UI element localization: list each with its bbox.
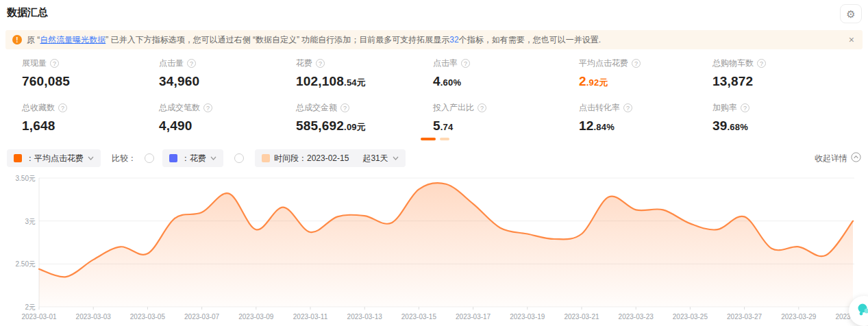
gear-icon: ⚙ (846, 9, 855, 19)
page-title: 数据汇总 (7, 6, 48, 19)
x-axis-tick-label: 2023-03-13 (347, 313, 383, 321)
metric-cell: 总成交金额?585,692.09元 (296, 102, 433, 134)
pagination-dash-inactive[interactable] (440, 138, 449, 140)
x-axis-tick-label: 2023-03-29 (781, 313, 817, 321)
x-axis-tick-label: 2023-03-19 (510, 313, 545, 321)
metric-value: 102,108.54元 (296, 74, 433, 89)
banner-link[interactable]: 自然流量曝光数据 (40, 35, 106, 45)
y-axis-tick-label: 2.50元 (16, 260, 36, 268)
metric-label: 平均点击花费? (579, 58, 712, 69)
metric-cell: 展现量?760,085 (22, 58, 159, 89)
help-icon[interactable]: ? (187, 59, 196, 68)
y-axis-tick-label: 3元 (25, 218, 36, 225)
x-axis-tick-label: 2023-03-15 (401, 313, 437, 321)
metrics-grid: 展现量?760,085点击量?34,960花费?102,108.54元点击率?4… (22, 58, 858, 134)
x-axis-tick-label: 2023-03-05 (130, 313, 166, 321)
metric-value: 34,960 (159, 74, 296, 89)
metric-cell: 平均点击花费?2.92元 (579, 58, 712, 89)
compare-select[interactable]: ：花费 (162, 149, 223, 167)
metric-value: 4,490 (159, 118, 296, 134)
x-axis-tick-label: 2023-03-27 (727, 313, 762, 321)
settings-button[interactable]: ⚙ (840, 4, 862, 23)
metric-label: 总成交笔数? (159, 102, 296, 114)
period-swatch (262, 154, 270, 162)
area-fill (39, 183, 853, 307)
metric-label: 花费? (296, 58, 433, 69)
compare-radio-1[interactable] (145, 153, 154, 163)
metric-cell: 点击率?4.60% (433, 58, 579, 89)
help-icon[interactable]: ? (340, 103, 349, 112)
metric-value: 39.68% (712, 118, 858, 134)
metric-value: 1,648 (22, 118, 159, 134)
help-icon[interactable]: ? (58, 103, 67, 112)
help-icon[interactable]: ? (741, 103, 749, 112)
x-axis-tick-label: 2023-03-01 (21, 313, 57, 321)
metric-select[interactable]: ：平均点击花费 (7, 149, 101, 167)
metric-select-label: ：平均点击花费 (26, 153, 84, 164)
metric-label: 加购率? (712, 102, 858, 114)
x-axis-tick-label: 2023-03-07 (184, 313, 220, 321)
compare-radio-2[interactable] (234, 153, 244, 163)
metric-label: 点击转化率? (579, 102, 712, 114)
compare-select-label: ：花费 (182, 153, 206, 164)
metric-cell: 花费?102,108.54元 (296, 58, 433, 89)
collapse-details-button[interactable]: 收起详情 (815, 152, 861, 164)
metric-label: 总成交金额? (296, 102, 433, 114)
x-axis-tick-label: 2023-03-21 (564, 313, 599, 321)
metric-cell: 加购率?39.68% (712, 102, 858, 134)
metric-cell: 点击量?34,960 (159, 58, 296, 89)
warning-icon: ! (12, 35, 22, 45)
help-icon[interactable]: ? (50, 59, 59, 68)
chevron-down-icon (88, 156, 94, 160)
metric-label: 展现量? (22, 58, 159, 69)
metric-value: 2.92元 (579, 74, 712, 89)
banner-text: 原 “自然流量曝光数据” 已并入下方指标选项，您可以通过右侧 “数据自定义” 功… (27, 34, 601, 46)
metric-label: 点击量? (159, 58, 296, 69)
metric-swatch (14, 154, 22, 162)
close-icon[interactable]: × (847, 34, 856, 45)
metric-cell: 总购物车数?13,872 (712, 58, 858, 89)
metric-value: 13,872 (712, 74, 858, 89)
chart-controls: ：平均点击花费 比较： ：花费 时间段：2023-02-15 起31天 收起详情 (7, 149, 861, 167)
metrics-pagination (421, 138, 449, 140)
x-axis-tick-label: 2023-03-23 (619, 313, 654, 321)
service-mascot-icon (856, 302, 868, 320)
notice-banner: ! 原 “自然流量曝光数据” 已并入下方指标选项，您可以通过右侧 “数据自定义”… (5, 30, 863, 49)
pagination-dash-active[interactable] (421, 138, 436, 140)
period-select[interactable]: 时间段：2023-02-15 起31天 (255, 149, 406, 167)
metric-label: 点击率? (433, 58, 579, 69)
help-icon[interactable]: ? (316, 59, 325, 68)
metric-label: 总收藏数? (22, 102, 159, 114)
trend-area-chart[interactable]: 3.50元3元2.50元2元2023-03-012023-03-032023-0… (14, 171, 868, 326)
metric-value: 12.84% (579, 118, 712, 134)
banner-highlight-number: 32 (449, 35, 458, 45)
help-icon[interactable]: ? (203, 103, 212, 112)
y-axis-tick-label: 2元 (25, 303, 36, 311)
metric-label: 投入产出比? (433, 102, 579, 114)
metric-cell: 总成交笔数?4,490 (159, 102, 296, 134)
metric-value: 760,085 (22, 74, 159, 89)
x-axis-tick-label: 2023-03-09 (238, 313, 274, 321)
collapse-details-label: 收起详情 (815, 153, 847, 164)
chevron-down-icon (393, 156, 399, 160)
x-axis-tick-label: 2023-03-11 (293, 313, 328, 321)
metric-cell: 总收藏数?1,648 (22, 102, 159, 134)
help-icon[interactable]: ? (623, 103, 632, 112)
x-axis-tick-label: 2023-03-03 (76, 313, 112, 321)
chevron-down-icon (210, 156, 216, 160)
metric-value: 4.60% (433, 74, 579, 89)
y-axis-tick-label: 3.50元 (16, 175, 36, 182)
metric-cell: 投入产出比?5.74 (433, 102, 579, 134)
metric-cell: 点击转化率?12.84% (579, 102, 712, 134)
x-axis-tick-label: 2023-03-25 (673, 313, 708, 321)
help-icon[interactable]: ? (757, 59, 766, 68)
metric-value: 585,692.09元 (296, 118, 433, 134)
x-axis-tick-label: 2023-03-17 (456, 313, 491, 321)
collapse-circle-chevron-up-icon (851, 152, 861, 164)
help-icon[interactable]: ? (478, 103, 486, 112)
compare-swatch (169, 154, 177, 162)
help-icon[interactable]: ? (461, 59, 470, 68)
metric-value: 5.74 (433, 118, 579, 134)
help-icon[interactable]: ? (632, 59, 641, 68)
period-select-extra: 起31天 (362, 153, 388, 164)
